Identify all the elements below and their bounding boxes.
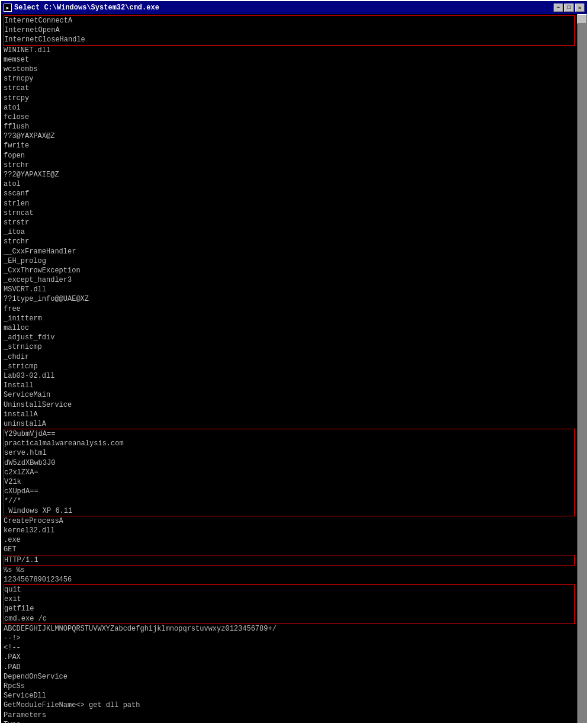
console-line: strstr [4,218,576,227]
console-line: .PAD [4,663,576,672]
console-line: Y29ubmVjdA== [4,429,574,439]
console-line: _EH_prolog [4,256,576,266]
console-line: _strnicmp [4,342,576,352]
console-line: MSVCRT.dll [4,285,576,294]
title-bar-left: ► Select C:\Windows\System32\cmd.exe [4,4,159,12]
console-line: DependOnService [4,672,576,682]
console-line: UninstallService [4,400,576,410]
console-line: __CxxFrameHandler [4,247,576,256]
console-line: --!> [4,634,576,643]
console-line: GET [4,545,576,554]
scrollbar[interactable]: ▲ ▼ [577,14,587,723]
console-line: InternetCloseHandle [4,35,574,44]
title-bar-buttons: − □ ✕ [554,4,584,12]
console-line: exit [4,595,574,604]
console-line: strchr [4,237,576,246]
console-line: _except_handler3 [4,275,576,285]
console-line: cmd.exe /c [4,614,574,624]
console-line: strcpy [4,94,576,103]
console-line: atoi [4,103,576,113]
highlight-group-box4: quitexitgetfilecmd.exe /c [4,584,575,624]
title-bar: ► Select C:\Windows\System32\cmd.exe − □… [1,1,587,14]
console-line: kernel32.dll [4,526,576,535]
console-line: free [4,304,576,314]
console-line: _CxxThrowException [4,266,576,275]
console-line: practicalmalwareanalysis.com [4,439,574,448]
console-line: _itoa [4,227,576,237]
console-line: _chdir [4,352,576,362]
console-line: *//* [4,496,574,506]
console-line: ServiceMain [4,390,576,400]
console-line: Type [4,720,576,723]
console-line: GetModuleFileName<> get dll path [4,700,576,710]
console-line: sscanf [4,189,576,198]
close-button[interactable]: ✕ [575,4,584,12]
highlight-group-box1: InternetConnectAInternetOpenAInternetClo… [4,15,575,46]
console-line: installA [4,410,576,419]
console-line: _adjust_fdiv [4,333,576,342]
console-line: Install [4,381,576,390]
console-line: wcstombs [4,65,576,74]
console-line: fwrite [4,141,576,150]
console-line: fclose [4,113,576,122]
console-line: InternetConnectA [4,16,574,25]
console-line: c2xlZXA= [4,468,574,477]
window-title: Select C:\Windows\System32\cmd.exe [14,4,159,12]
highlight-group-box3: HTTP/1.1 [4,555,575,565]
console-line: serve.html [4,448,574,458]
console-line: .PAX [4,653,576,662]
console-line: HTTP/1.1 [4,555,574,565]
console-line: <!-- [4,643,576,653]
console-line: quit [4,585,574,595]
console-line: strncat [4,208,576,218]
console-line: ??3@YAXPAX@Z [4,131,576,141]
console-line: fopen [4,151,576,160]
console-output: InternetConnectAInternetOpenAInternetClo… [1,14,587,723]
console-line: V21k [4,477,574,487]
console-line: dW5zdXBwb3J0 [4,458,574,468]
console-line: ServiceDll [4,691,576,700]
scroll-track [577,24,587,723]
console-line: strchr [4,160,576,170]
console-line: RpcSs [4,682,576,691]
console-text-container: InternetConnectAInternetOpenAInternetClo… [4,15,576,723]
console-line: Lab03-02.dll [4,371,576,381]
console-line: InternetOpenA [4,25,574,35]
console-line: WININET.dll [4,46,576,55]
console-line: uninstallA [4,419,576,429]
console-line: malloc [4,323,576,333]
minimize-button[interactable]: − [554,4,563,12]
console-line: _initterm [4,314,576,323]
console-line: .exe [4,535,576,545]
console-line: ABCDEFGHIJKLMNOPQRSTUVWXYZabcdefghijklmn… [4,624,576,634]
console-line: strncpy [4,74,576,83]
console-line: strlen [4,199,576,208]
console-line: cXUpdA== [4,487,574,496]
console-line: %s %s [4,565,576,575]
cmd-icon: ► [4,4,12,12]
console-line: Parameters [4,711,576,720]
console-line: Windows XP 6.11 [4,506,574,516]
scroll-up-arrow[interactable]: ▲ [577,14,587,24]
console-line: ??2@YAPAXIE@Z [4,170,576,179]
console-line: 1234567890123456 [4,575,576,584]
console-line: _stricmp [4,362,576,371]
cmd-window: ► Select C:\Windows\System32\cmd.exe − □… [0,0,588,723]
console-line: CreateProcessA [4,516,576,526]
console-line: memset [4,55,576,65]
console-line: getfile [4,604,574,613]
console-line: fflush [4,122,576,131]
console-line: ??1type_info@@UAE@XZ [4,294,576,304]
console-line: strcat [4,83,576,93]
maximize-button[interactable]: □ [564,4,574,12]
highlight-group-box2: Y29ubmVjdA==practicalmalwareanalysis.com… [4,429,575,516]
console-line: atol [4,179,576,189]
